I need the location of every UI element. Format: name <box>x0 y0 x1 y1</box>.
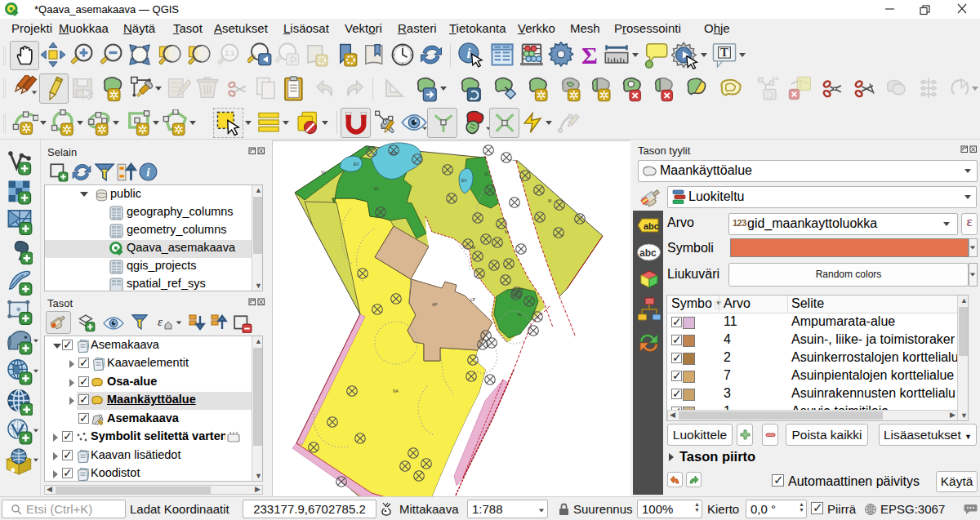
svg-text:M: M <box>505 229 508 234</box>
svg-text:VL: VL <box>484 171 489 176</box>
svg-text:abc: abc <box>644 221 659 231</box>
svg-text:EV: EV <box>354 162 359 167</box>
svg-text:VL: VL <box>321 170 326 175</box>
svg-text:ε: ε <box>158 315 163 328</box>
svg-text:VL: VL <box>374 186 379 191</box>
svg-text:EV: EV <box>461 178 467 183</box>
svg-text:abc: abc <box>639 247 657 259</box>
svg-text:i: i <box>466 45 470 61</box>
svg-text:VL: VL <box>517 312 522 317</box>
svg-text:1:1: 1:1 <box>225 49 234 57</box>
svg-text:i: i <box>146 165 150 179</box>
svg-text:AP: AP <box>432 302 438 307</box>
svg-text:NA: NA <box>393 389 399 393</box>
svg-text:M: M <box>548 198 551 203</box>
svg-text:M: M <box>472 245 475 250</box>
svg-text:Σ: Σ <box>581 43 598 66</box>
svg-text:LP: LP <box>470 297 476 302</box>
svg-text:pa: pa <box>772 76 779 82</box>
svg-text:EV: EV <box>391 151 397 156</box>
svg-text:T: T <box>720 46 728 59</box>
